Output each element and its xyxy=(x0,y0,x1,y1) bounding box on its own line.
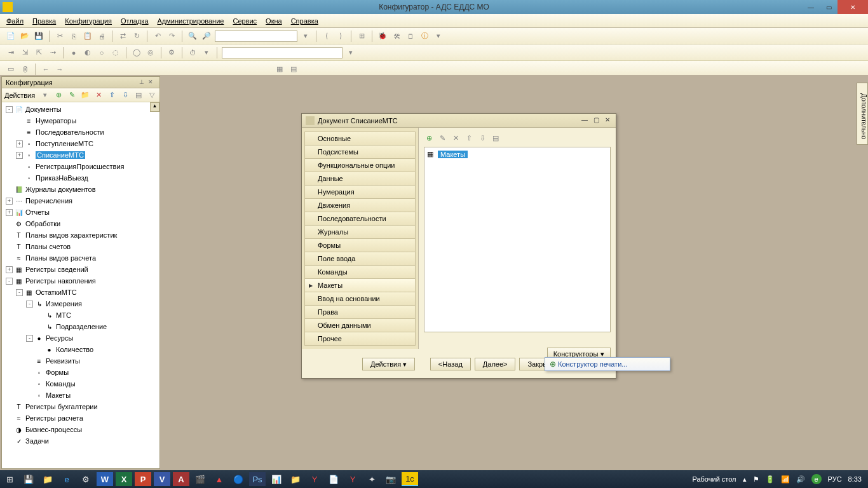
tree-item[interactable]: ТРегистры бухгалтерии xyxy=(2,401,159,412)
save-icon[interactable]: 💾 xyxy=(33,30,44,42)
tree-expander-icon[interactable]: + xyxy=(6,266,13,273)
breakpoint-icon[interactable]: ◐ xyxy=(82,47,93,58)
config-tree[interactable]: -📄Документы≡Нумераторы≡Последовательност… xyxy=(2,102,159,468)
dialog-minimize-button[interactable]: — xyxy=(580,116,589,125)
menu-debug[interactable]: Отладка xyxy=(121,17,148,25)
dropdown-item-print-constructor[interactable]: ⊕ Конструктор печати... xyxy=(548,358,670,370)
up-icon[interactable]: ⇧ xyxy=(106,90,118,101)
down-icon[interactable]: ⇩ xyxy=(119,90,131,101)
menu-config[interactable]: Конфигурация xyxy=(65,17,112,25)
layout-icon[interactable]: ▤ xyxy=(288,64,299,75)
bracket-left-icon[interactable]: ⟨ xyxy=(321,30,332,42)
taskbar-app[interactable]: 📷 xyxy=(381,470,400,488)
nav-item[interactable]: Прочее xyxy=(304,332,416,346)
calc-icon[interactable]: 🗒 xyxy=(405,30,416,42)
taskbar-app-yandex[interactable]: Y xyxy=(305,470,324,488)
taskbar-app-excel[interactable]: X xyxy=(116,472,132,486)
taskbar-app[interactable]: 🔵 xyxy=(229,470,248,488)
chevron-down-icon[interactable]: ▾ xyxy=(39,90,51,101)
taskbar-app[interactable]: ✦ xyxy=(362,470,381,488)
breakpoint-icon[interactable]: ○ xyxy=(96,47,107,58)
debug-combo[interactable] xyxy=(222,47,342,58)
step-icon[interactable]: ⇥ xyxy=(5,47,17,58)
taskbar-app[interactable]: ⚙ xyxy=(76,470,95,488)
up-icon[interactable]: ⇧ xyxy=(464,133,474,143)
menu-file[interactable]: Файл xyxy=(6,17,24,25)
tray-flag-icon[interactable]: ⚑ xyxy=(753,475,759,484)
grid-icon[interactable]: ▦ xyxy=(274,64,285,75)
tree-item[interactable]: ТПланы видов характеристик xyxy=(2,229,159,241)
taskbar-app-1c[interactable]: 1c xyxy=(402,472,418,486)
magnify-icon[interactable]: 🔎 xyxy=(201,30,212,42)
tree-item[interactable]: -▦Регистры накопления xyxy=(2,275,159,287)
bracket-right-icon[interactable]: ⟩ xyxy=(335,30,346,42)
add-icon[interactable]: ⊕ xyxy=(424,133,434,143)
breakpoint-icon[interactable]: ● xyxy=(68,47,79,58)
tree-item[interactable]: ≈Планы видов расчета xyxy=(2,252,159,264)
open-icon[interactable]: 📂 xyxy=(19,30,31,42)
tree-expander-icon[interactable]: - xyxy=(6,278,13,285)
taskbar-app-explorer[interactable]: 💾 xyxy=(19,470,38,488)
tree-expander-icon[interactable]: - xyxy=(6,106,13,113)
step-icon[interactable]: ⇢ xyxy=(47,47,58,58)
sort-icon[interactable]: ▤ xyxy=(133,90,144,101)
taskbar-app[interactable]: 📁 xyxy=(286,470,305,488)
edit-icon[interactable]: ✎ xyxy=(66,90,78,101)
tray-net-icon[interactable]: 📶 xyxy=(781,475,790,484)
tree-expander-icon[interactable]: - xyxy=(26,301,33,308)
chevron-down-icon[interactable]: ▾ xyxy=(201,47,212,58)
db-icon[interactable]: 🛢 xyxy=(19,64,31,75)
circle-icon[interactable]: ◎ xyxy=(145,47,156,58)
taskbar-app[interactable]: 🎬 xyxy=(191,470,210,488)
undo-icon[interactable]: ↶ xyxy=(152,30,163,42)
tree-item[interactable]: ⚙Обработки xyxy=(2,218,159,229)
redo-icon[interactable]: ↷ xyxy=(166,30,177,42)
actions-button[interactable]: Действия ▾ xyxy=(362,358,415,370)
tree-item[interactable]: -▦ОстаткиМТС xyxy=(2,287,159,298)
tree-item[interactable]: ↳МТС xyxy=(2,309,159,321)
add-icon[interactable]: ⊕ xyxy=(53,90,64,101)
dialog-close-button[interactable]: ✕ xyxy=(603,116,612,125)
search-combo[interactable] xyxy=(215,30,297,42)
tree-expander-icon[interactable]: + xyxy=(16,152,23,159)
delete-icon[interactable]: ✕ xyxy=(451,133,461,143)
nav-item[interactable]: Основные xyxy=(304,132,416,146)
chevron-down-icon[interactable]: ▾ xyxy=(345,47,356,58)
tree-item[interactable]: ↳Подразделение xyxy=(2,321,159,332)
back-icon[interactable]: ← xyxy=(40,64,51,75)
start-button[interactable]: ⊞ xyxy=(0,470,19,488)
tree-item[interactable]: ≡Последовательности xyxy=(2,126,159,138)
tree-item[interactable]: ▫Формы xyxy=(2,367,159,378)
nav-item[interactable]: Подсистемы xyxy=(304,145,416,159)
taskbar-app-powerpoint[interactable]: P xyxy=(135,472,151,486)
chevron-icon[interactable]: ▴ xyxy=(743,475,747,484)
tree-item[interactable]: ≡Нумераторы xyxy=(2,115,159,126)
chevron-down-icon[interactable]: ▾ xyxy=(300,30,311,42)
chevron-down-icon[interactable]: ▾ xyxy=(433,30,444,42)
taskbar-app[interactable]: Y xyxy=(343,470,362,488)
gear-icon[interactable]: ⚙ xyxy=(166,47,177,58)
nav-item[interactable]: Последовательности xyxy=(304,212,416,226)
find-icon[interactable]: 🔍 xyxy=(187,30,198,42)
actions-label[interactable]: Действия xyxy=(4,92,35,99)
taskbar-app-pdf[interactable]: ▲ xyxy=(210,470,229,488)
down-icon[interactable]: ⇩ xyxy=(477,133,487,143)
nav-item[interactable]: Нумерация xyxy=(304,185,416,199)
next-button[interactable]: Далее> xyxy=(475,358,516,370)
dialog-maximize-button[interactable]: ▢ xyxy=(592,116,600,125)
tree-item[interactable]: 📗Журналы документов xyxy=(2,184,159,195)
nav-item[interactable]: Макеты xyxy=(304,278,416,292)
tree-expander-icon[interactable]: + xyxy=(6,198,13,205)
tree-item[interactable]: +▫ПоступлениеМТС xyxy=(2,138,159,149)
step-icon[interactable]: ⇲ xyxy=(19,47,31,58)
tree-item[interactable]: -●Ресурсы xyxy=(2,332,159,344)
taskbar-app-ie[interactable]: e xyxy=(57,470,76,488)
nav-item[interactable]: Функциональные опции xyxy=(304,158,416,172)
menu-help[interactable]: Справка xyxy=(291,17,318,25)
nav-item[interactable]: Права xyxy=(304,305,416,319)
tree-item[interactable]: -📄Документы xyxy=(2,104,159,115)
compare-icon[interactable]: ⇄ xyxy=(117,30,128,42)
step-icon[interactable]: ⇱ xyxy=(33,47,44,58)
nav-item[interactable]: Движения xyxy=(304,198,416,212)
menu-edit[interactable]: Правка xyxy=(32,17,56,25)
